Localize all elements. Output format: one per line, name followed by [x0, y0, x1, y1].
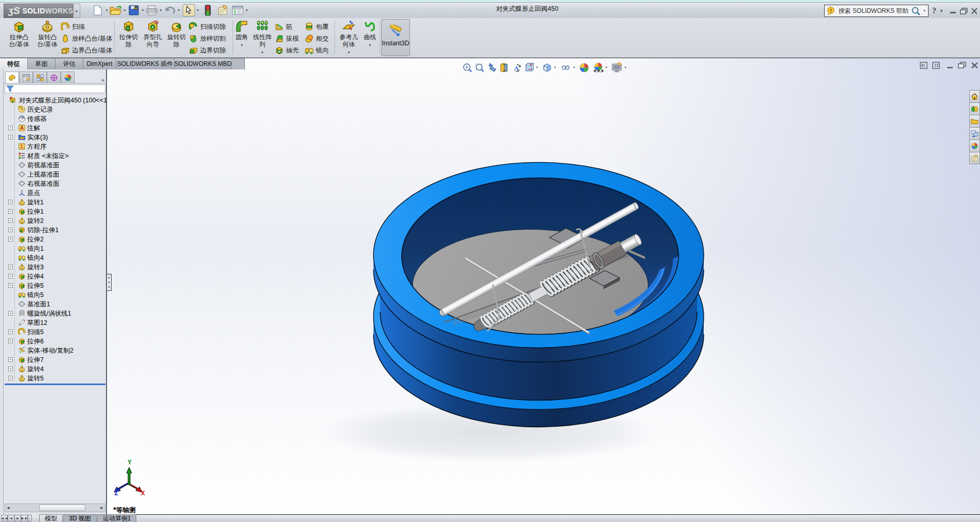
svg-text:X: X [141, 490, 145, 497]
svg-text:Y: Y [128, 459, 132, 466]
svg-text:Z: Z [114, 490, 118, 497]
svg-text:?: ? [830, 8, 832, 13]
